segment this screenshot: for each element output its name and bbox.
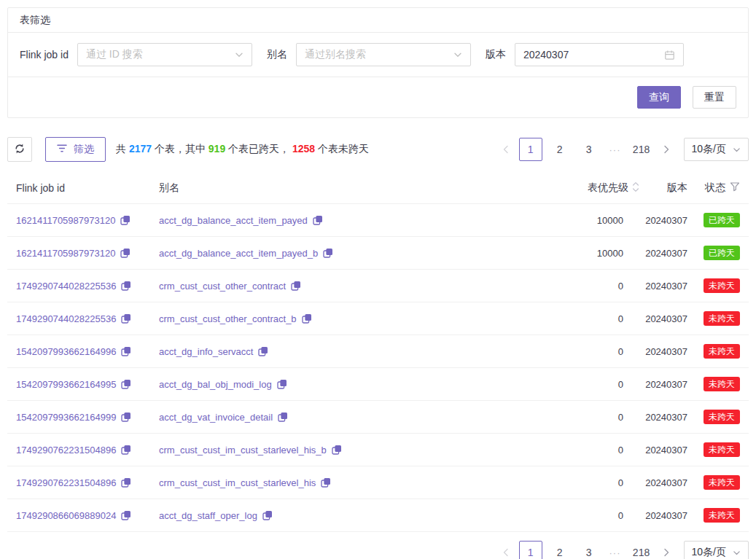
alias-link[interactable]: acct_dg_bal_obj_modi_log [159, 379, 272, 390]
page-size-value: 10条/页 [692, 546, 726, 559]
version-label: 版本 [486, 48, 506, 61]
page-size-select[interactable]: 10条/页 [684, 138, 749, 161]
copy-icon[interactable] [277, 379, 287, 389]
status-badge: 未跨天 [704, 278, 740, 293]
page-prev-button[interactable] [496, 138, 516, 161]
copy-icon[interactable] [121, 281, 131, 291]
flink-job-id-select[interactable]: 通过 ID 搜索 [77, 43, 252, 66]
page-number-1[interactable]: 1 [519, 138, 542, 161]
flink-job-id-link[interactable]: 1749290744028225536 [16, 313, 116, 324]
table-row: 1749290866069889024 acct_dg_staff_oper_l… [7, 499, 749, 532]
flink-job-id-link[interactable]: 1749290744028225536 [16, 281, 116, 292]
column-header-flink-job-id: Flink job id [7, 182, 159, 194]
flink-job-id-link[interactable]: 1542097993662164996 [16, 346, 116, 357]
table-row: 1749290744028225536 crm_cust_cust_other_… [7, 302, 749, 335]
page-number-1[interactable]: 1 [519, 541, 542, 559]
sorter-icon[interactable] [632, 181, 639, 195]
reset-button[interactable]: 重置 [693, 86, 736, 109]
chevron-down-icon [733, 146, 741, 154]
version-cell: 20240307 [644, 313, 687, 324]
page-number-218[interactable]: 218 [630, 138, 653, 161]
copy-icon[interactable] [323, 248, 333, 258]
alias-link[interactable]: acct_dg_balance_acct_item_payed_b [159, 248, 318, 259]
page-size-select[interactable]: 10条/页 [684, 541, 749, 559]
flink-job-id-link[interactable]: 1542097993662164995 [16, 379, 116, 390]
priority-cell: 0 [469, 412, 644, 423]
flink-job-id-link[interactable]: 1749290762231504896 [16, 477, 116, 488]
copy-icon[interactable] [120, 248, 130, 258]
priority-cell: 0 [469, 445, 644, 456]
top-pagination: 123···21810条/页 [496, 138, 749, 161]
alias-link[interactable]: crm_cust_cust_other_contract [159, 281, 286, 292]
page-size-value: 10条/页 [692, 143, 726, 156]
version-cell: 20240307 [644, 346, 687, 357]
page-ellipsis[interactable]: ··· [604, 547, 627, 558]
alias-link[interactable]: crm_cust_cust_im_cust_starlevel_his [159, 477, 316, 488]
column-header-alias: 别名 [159, 181, 469, 195]
flink-job-id-link[interactable]: 1749290866069889024 [16, 510, 116, 521]
copy-icon[interactable] [262, 510, 273, 520]
alias-link[interactable]: acct_dg_vat_invoice_detail [159, 412, 273, 423]
status-badge: 未跨天 [704, 410, 740, 424]
alias-select[interactable]: 通过别名搜索 [296, 43, 471, 66]
copy-icon[interactable] [278, 412, 288, 422]
copy-icon[interactable] [321, 477, 331, 488]
copy-icon[interactable] [121, 313, 131, 324]
flink-job-id-link[interactable]: 1542097993662164999 [16, 412, 116, 423]
flink-job-id-link[interactable]: 1621411705987973120 [16, 215, 115, 226]
version-cell: 20240307 [644, 477, 687, 488]
not-crossed-count: 1258 [292, 143, 315, 155]
copy-icon[interactable] [121, 477, 131, 488]
refresh-button[interactable] [7, 137, 32, 162]
table-row: 1749290762231504896 crm_cust_cust_im_cus… [7, 466, 749, 499]
alias-link[interactable]: crm_cust_cust_im_cust_starlevel_his_b [159, 445, 327, 456]
copy-icon[interactable] [121, 510, 131, 520]
copy-icon[interactable] [121, 445, 131, 455]
chevron-down-icon [733, 549, 741, 557]
alias-link[interactable]: acct_dg_balance_acct_item_payed [159, 215, 308, 226]
status-badge: 未跨天 [704, 344, 740, 359]
copy-icon[interactable] [121, 412, 131, 422]
flink-job-id-link[interactable]: 1621411705987973120 [16, 248, 115, 259]
copy-icon[interactable] [313, 215, 323, 225]
alias-link[interactable]: crm_cust_cust_other_contract_b [159, 313, 297, 324]
flink-job-id-link[interactable]: 1749290762231504896 [16, 445, 116, 456]
page-number-2[interactable]: 2 [548, 138, 572, 161]
alias-link[interactable]: acct_dg_info_servacct [159, 346, 253, 357]
copy-icon[interactable] [291, 281, 301, 291]
copy-icon[interactable] [121, 346, 131, 356]
filter-card-title: 表筛选 [8, 8, 748, 33]
chevron-down-icon [235, 50, 243, 59]
copy-icon[interactable] [258, 346, 268, 356]
copy-icon[interactable] [121, 379, 131, 389]
filter-form: Flink job id 通过 ID 搜索 别名 通过别名搜索 版本 20240… [8, 33, 748, 77]
alias-label: 别名 [267, 48, 287, 61]
copy-icon[interactable] [120, 215, 130, 225]
priority-cell: 0 [469, 346, 644, 357]
page-next-button[interactable] [656, 138, 677, 161]
column-filter-funnel-icon[interactable] [730, 181, 740, 194]
alias-link[interactable]: acct_dg_staff_oper_log [159, 510, 257, 521]
page-number-2[interactable]: 2 [548, 541, 572, 559]
copy-icon[interactable] [302, 313, 312, 324]
chevron-down-icon [453, 50, 462, 59]
page-prev-button[interactable] [496, 541, 516, 559]
version-cell: 20240307 [644, 412, 687, 423]
priority-cell: 10000 [469, 215, 644, 226]
filter-button[interactable]: 筛选 [45, 137, 106, 162]
version-date-value: 20240307 [523, 49, 664, 60]
page-ellipsis[interactable]: ··· [604, 144, 627, 155]
page-number-3[interactable]: 3 [577, 138, 601, 161]
table-row: 1542097993662164999 acct_dg_vat_invoice_… [7, 401, 749, 434]
page-next-button[interactable] [656, 541, 677, 559]
column-header-priority[interactable]: 表优先级 [469, 181, 644, 195]
version-date-input[interactable]: 20240307 [515, 43, 684, 66]
page-number-218[interactable]: 218 [630, 541, 653, 559]
priority-cell: 0 [469, 313, 644, 324]
priority-cell: 0 [469, 379, 644, 390]
version-cell: 20240307 [644, 445, 687, 456]
page-number-3[interactable]: 3 [577, 541, 601, 559]
table-row: 1542097993662164996 acct_dg_info_servacc… [7, 335, 749, 368]
copy-icon[interactable] [332, 445, 342, 455]
query-button[interactable]: 查询 [637, 86, 681, 109]
